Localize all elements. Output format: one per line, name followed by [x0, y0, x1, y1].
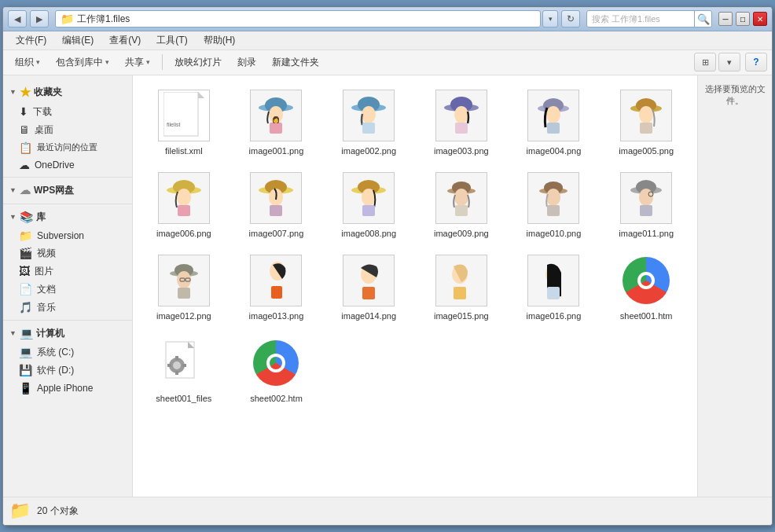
file-name-image013: image013.png: [241, 311, 311, 321]
svg-text:filelist: filelist: [167, 122, 181, 127]
menu-edit[interactable]: 编辑(E): [56, 32, 100, 49]
svg-rect-69: [175, 356, 178, 360]
file-item-image011[interactable]: image011.png: [601, 164, 691, 244]
sidebar-section-favorites[interactable]: ▼ ★ 收藏夹: [3, 82, 132, 103]
file-icon-img001: 👩: [248, 87, 304, 144]
status-count: 20 个对象: [37, 504, 79, 518]
file-item-image001[interactable]: 👩 image001.png: [232, 82, 321, 161]
img010-icon: [527, 172, 579, 224]
chrome-logo: [623, 257, 670, 304]
sidebar-section-library[interactable]: ▼ 📚 库: [3, 207, 132, 227]
search-box: 搜索 工作簿1.files 🔍: [586, 10, 712, 28]
maximize-button[interactable]: □: [736, 12, 750, 26]
file-name-image014: image014.png: [333, 311, 404, 321]
library-arrow: ▼: [9, 213, 17, 221]
close-button[interactable]: ✕: [753, 12, 767, 26]
svg-rect-24: [640, 123, 652, 134]
file-item-image009[interactable]: image009.png: [417, 164, 506, 244]
file-name-image011: image011.png: [611, 229, 681, 238]
file-item-image010[interactable]: image010.png: [509, 164, 599, 244]
view-toggle-button[interactable]: ⊞: [694, 53, 716, 72]
file-item-image013[interactable]: image013.png: [232, 247, 321, 326]
toolbar-burn[interactable]: 刻录: [230, 53, 263, 72]
sidebar-item-documents[interactable]: 📄 文档: [3, 281, 132, 299]
file-item-image004[interactable]: image004.png: [509, 82, 599, 161]
svg-rect-71: [167, 364, 171, 367]
sidebar-section-wps[interactable]: ▼ ☁ WPS网盘: [3, 181, 132, 200]
view-options-button[interactable]: ▾: [718, 53, 740, 72]
file-item-image003[interactable]: image003.png: [417, 82, 506, 161]
file-item-image002[interactable]: image002.png: [324, 82, 413, 161]
file-item-image015[interactable]: image015.png: [417, 247, 506, 326]
file-item-image016[interactable]: image016.png: [509, 247, 599, 326]
help-button[interactable]: ?: [745, 53, 767, 72]
sidebar-item-recent[interactable]: 📋 最近访问的位置: [3, 139, 132, 156]
toolbar-new-folder[interactable]: 新建文件夹: [265, 53, 326, 72]
download-icon: ⬇: [19, 105, 28, 118]
toolbar-organize[interactable]: 组织 ▾: [8, 53, 47, 72]
svg-rect-0: [163, 92, 198, 136]
sidebar-item-music[interactable]: 🎵 音乐: [3, 299, 132, 317]
sidebar-item-iphone[interactable]: 📱 Apple iPhone: [3, 380, 132, 397]
address-bar[interactable]: 📁 工作簿1.files: [55, 10, 541, 28]
sidebar-item-onedrive[interactable]: ☁ OneDrive: [3, 156, 132, 174]
minimize-button[interactable]: ─: [718, 12, 733, 26]
back-button[interactable]: ◀: [8, 10, 27, 28]
img014-icon: [343, 255, 395, 306]
sidebar-item-c-drive[interactable]: 💻 系统 (C:): [3, 343, 132, 361]
sidebar-item-download[interactable]: ⬇ 下载: [3, 103, 132, 121]
documents-icon: 📄: [19, 283, 32, 295]
svg-rect-16: [455, 123, 468, 134]
forward-button[interactable]: ▶: [30, 10, 49, 28]
menu-file[interactable]: 文件(F): [9, 32, 53, 49]
chrome-inner-ring-2: [266, 354, 285, 372]
sidebar-item-d-drive[interactable]: 💾 软件 (D:): [3, 361, 132, 380]
img006-icon: [158, 172, 210, 224]
nav-buttons: ◀ ▶: [8, 10, 49, 28]
path-dropdown[interactable]: ▾: [542, 10, 558, 28]
file-name-image003: image003.png: [426, 146, 497, 156]
svg-rect-49: [640, 205, 652, 216]
desktop-icon: 🖥: [19, 123, 30, 136]
chrome-center-dot: [641, 275, 652, 286]
file-name-image004: image004.png: [518, 146, 589, 156]
toolbar-slideshow[interactable]: 放映幻灯片: [167, 53, 229, 72]
svg-rect-36: [362, 205, 375, 216]
file-item-image006[interactable]: image006.png: [139, 164, 229, 244]
menu-tools[interactable]: 工具(T): [150, 32, 193, 49]
img004-icon: [527, 90, 579, 141]
svg-rect-44: [547, 205, 560, 216]
menu-view[interactable]: 查看(V): [103, 32, 147, 49]
file-item-image007[interactable]: image007.png: [232, 164, 321, 244]
file-item-filelist-xml[interactable]: filelist filelist.xml: [139, 82, 229, 161]
sidebar-item-desktop[interactable]: 🖥 桌面: [3, 121, 132, 139]
search-button[interactable]: 🔍: [694, 11, 711, 27]
d-drive-icon: 💾: [19, 364, 32, 376]
file-item-image014[interactable]: image014.png: [324, 247, 413, 326]
sidebar-item-video[interactable]: 🎬 视频: [3, 244, 132, 262]
file-item-image008[interactable]: image008.png: [324, 164, 413, 244]
file-name-sheet002-htm: sheet002.htm: [241, 394, 311, 403]
sidebar-section-computer[interactable]: ▼ 💻 计算机: [3, 324, 132, 343]
file-item-sheet001-files[interactable]: sheet001_files: [139, 329, 229, 409]
img003-icon: [435, 90, 487, 141]
svg-rect-12: [362, 123, 375, 134]
main-content: ▼ ★ 收藏夹 ⬇ 下载 🖥 桌面 📋 最近访问的位置 ☁ OneDrive: [3, 75, 772, 497]
file-item-image005[interactable]: image005.png: [601, 82, 691, 161]
file-name-image012: image012.png: [149, 311, 219, 321]
sidebar-item-pictures[interactable]: 🖼 图片: [3, 262, 132, 281]
img005-icon: [620, 90, 672, 141]
sidebar-item-subversion[interactable]: 📁 Subversion: [3, 227, 132, 244]
toolbar-include-library[interactable]: 包含到库中 ▾: [49, 53, 116, 72]
img008-icon: [343, 172, 395, 224]
file-icon-sheet001-files: [156, 335, 212, 391]
music-icon: 🎵: [19, 301, 32, 314]
file-item-sheet002-htm[interactable]: sheet002.htm: [232, 329, 321, 409]
img009-icon: [435, 172, 487, 224]
file-item-image012[interactable]: image012.png: [139, 247, 229, 326]
menu-help[interactable]: 帮助(H): [197, 32, 242, 49]
toolbar-share[interactable]: 共享 ▾: [118, 53, 157, 72]
file-name-image005: image005.png: [611, 146, 681, 156]
file-item-sheet001-htm[interactable]: sheet001.htm: [601, 247, 691, 326]
refresh-button[interactable]: ↻: [561, 10, 580, 28]
